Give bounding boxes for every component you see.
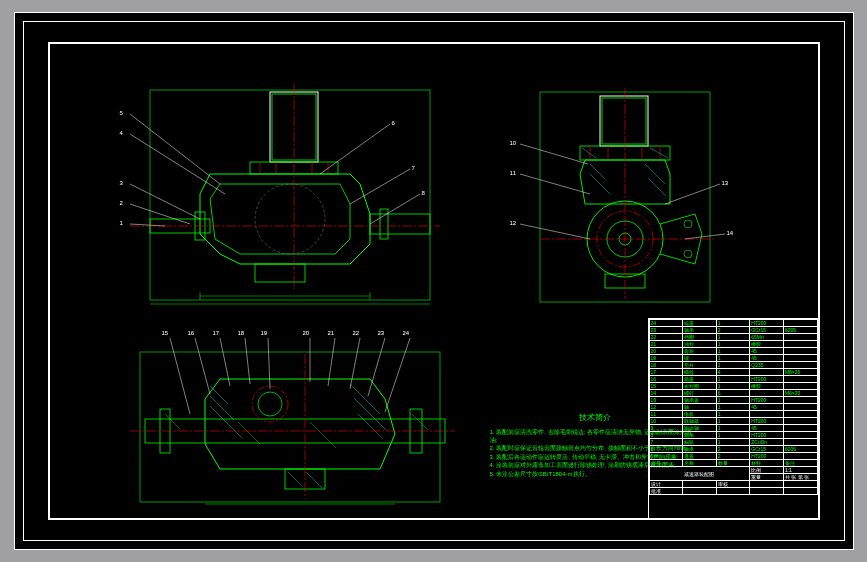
parts-cell-mat: HT200 [750, 418, 784, 425]
parts-cell-mat [750, 390, 784, 397]
parts-cell-note [783, 439, 817, 446]
leader-17: 17 [213, 330, 220, 336]
parts-cell-no: 7 [649, 439, 683, 446]
parts-cell-mat: GCr15 [750, 446, 784, 453]
leader-1: 1 [120, 220, 123, 226]
col-qty: 数量 [716, 460, 750, 467]
svg-line-71 [412, 414, 428, 430]
parts-cell-qty: 2 [716, 446, 750, 453]
parts-cell-no: 13 [649, 397, 683, 404]
approve-label: 批准 [649, 488, 683, 495]
parts-cell-mat: Q235 [750, 362, 784, 369]
check-label: 审核 [716, 481, 750, 488]
parts-cell-name: 蜗轮 [683, 439, 717, 446]
parts-cell-no: 16 [649, 376, 683, 383]
svg-line-65 [350, 384, 380, 414]
parts-cell-note: 6205 [783, 327, 817, 334]
svg-rect-0 [150, 90, 430, 300]
parts-cell-name: 轴承盖 [683, 397, 717, 404]
parts-cell-mat: 45 [750, 404, 784, 411]
parts-cell-no: 5 [649, 453, 683, 460]
col-mat: 材料 [750, 460, 784, 467]
parts-cell-mat: HT200 [750, 453, 784, 460]
svg-line-21 [320, 124, 390, 174]
parts-cell-qty: 1 [716, 418, 750, 425]
leader-2: 2 [120, 200, 123, 206]
svg-line-67 [358, 414, 382, 438]
parts-cell-no: 19 [649, 355, 683, 362]
parts-cell-note: 6206 [783, 446, 817, 453]
parts-cell-mat: 65Mn [750, 334, 784, 341]
sheet-frame: 5 4 3 2 1 6 7 8 [23, 21, 845, 541]
parts-cell-no: 24 [649, 320, 683, 327]
drawing-border: 5 4 3 2 1 6 7 8 [48, 42, 820, 520]
svg-line-36 [582, 148, 596, 158]
svg-rect-30 [602, 98, 646, 144]
parts-cell-mat: 45 [750, 355, 784, 362]
svg-line-40 [645, 164, 665, 184]
parts-cell-no: 6 [649, 446, 683, 453]
leader-13: 13 [722, 180, 729, 186]
parts-cell-qty: 1 [716, 355, 750, 362]
parts-cell-no: 12 [649, 404, 683, 411]
svg-line-68 [238, 422, 260, 444]
leader-3: 3 [120, 180, 123, 186]
parts-cell-name: 齿轮 [683, 348, 717, 355]
side-view: 10 11 12 13 14 [490, 74, 770, 314]
svg-line-23 [370, 194, 420, 224]
leader-6: 6 [392, 120, 395, 126]
parts-cell-qty: 1 [716, 362, 750, 369]
parts-cell-note [783, 383, 817, 390]
svg-line-73 [288, 472, 302, 486]
parts-cell-name: 螺栓 [683, 369, 717, 376]
svg-point-46 [684, 220, 692, 228]
title-block: 24端盖1HT20023轴承2GCr15620522挡圈165Mn21油封1橡胶… [648, 318, 818, 518]
parts-cell-qty: 1 [716, 397, 750, 404]
parts-cell-name: 键 [683, 355, 717, 362]
parts-cell-name: 箱体 [683, 432, 717, 439]
parts-cell-mat: HT200 [750, 432, 784, 439]
svg-line-81 [268, 338, 270, 389]
parts-cell-name: 透盖 [683, 453, 717, 460]
parts-cell-qty: 1 [716, 383, 750, 390]
svg-line-19 [130, 204, 190, 224]
parts-cell-note [783, 355, 817, 362]
design-label: 设计 [649, 481, 683, 488]
weight-label: 重量 [750, 474, 784, 481]
svg-line-64 [210, 406, 242, 438]
svg-line-62 [210, 386, 228, 404]
parts-cell-no: 18 [649, 362, 683, 369]
leader-23: 23 [378, 330, 385, 336]
parts-cell-name: 密封圈 [683, 383, 717, 390]
svg-point-61 [258, 392, 282, 416]
parts-cell-note: M8×25 [783, 369, 817, 376]
svg-line-38 [590, 164, 605, 179]
svg-line-80 [245, 338, 250, 384]
parts-cell-note: M6×20 [783, 390, 817, 397]
parts-cell-no: 20 [649, 348, 683, 355]
parts-cell-no: 8 [649, 432, 683, 439]
parts-cell-note [783, 418, 817, 425]
parts-cell-qty: 1 [716, 348, 750, 355]
svg-line-41 [648, 178, 666, 196]
leader-18: 18 [238, 330, 245, 336]
leader-15: 15 [162, 330, 169, 336]
front-view: 5 4 3 2 1 6 7 8 [90, 74, 470, 314]
svg-rect-10 [370, 214, 430, 234]
parts-cell-mat: HT200 [750, 376, 784, 383]
leader-7: 7 [412, 165, 415, 171]
leader-21: 21 [328, 330, 335, 336]
parts-cell-no: 14 [649, 390, 683, 397]
svg-line-18 [130, 184, 200, 219]
parts-cell-qty: 2 [716, 327, 750, 334]
parts-list-table: 24端盖1HT20023轴承2GCr15620522挡圈165Mn21油封1橡胶… [649, 319, 818, 495]
parts-cell-name: 轴承 [683, 446, 717, 453]
parts-cell-mat [750, 411, 784, 418]
parts-cell-no: 10 [649, 418, 683, 425]
parts-cell-mat: GCr15 [750, 327, 784, 334]
parts-cell-qty: 1 [716, 341, 750, 348]
leader-14: 14 [727, 230, 734, 236]
parts-cell-note [783, 348, 817, 355]
svg-point-8 [255, 184, 325, 254]
parts-cell-note [783, 362, 817, 369]
